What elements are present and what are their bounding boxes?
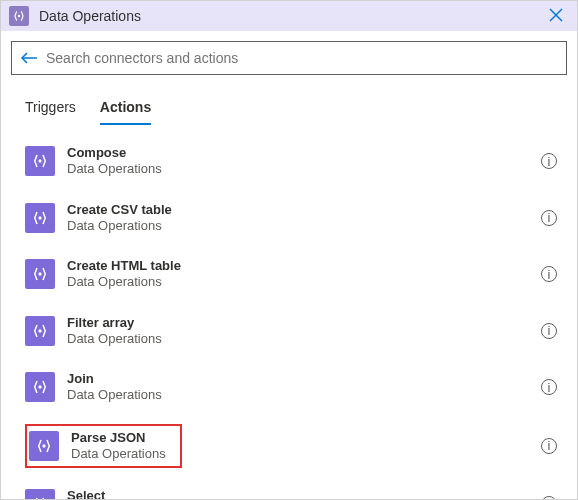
- svg-point-7: [39, 330, 41, 332]
- svg-point-9: [43, 445, 45, 447]
- data-operations-icon: [25, 372, 55, 402]
- action-text: Parse JSON Data Operations: [71, 430, 174, 463]
- action-text: Select Data Operations: [67, 488, 541, 499]
- data-operations-icon: [9, 6, 29, 26]
- info-icon[interactable]: i: [541, 323, 557, 339]
- action-row[interactable]: Select Data Operations i: [23, 482, 563, 499]
- action-name: Select: [67, 488, 541, 499]
- action-list: Compose Data Operations i Create CSV tab…: [1, 125, 577, 499]
- back-icon[interactable]: [20, 51, 38, 65]
- panel-title: Data Operations: [39, 8, 543, 24]
- data-operations-icon: [25, 489, 55, 499]
- action-subtitle: Data Operations: [67, 331, 541, 347]
- titlebar: Data Operations: [1, 1, 577, 31]
- action-row[interactable]: Filter array Data Operations i: [23, 309, 563, 354]
- action-name: Compose: [67, 145, 541, 161]
- data-operations-icon: [25, 316, 55, 346]
- info-icon[interactable]: i: [541, 379, 557, 395]
- highlight-box: Parse JSON Data Operations: [25, 424, 182, 469]
- action-name: Create HTML table: [67, 258, 541, 274]
- action-text: Create HTML table Data Operations: [67, 258, 541, 291]
- action-subtitle: Data Operations: [67, 387, 541, 403]
- action-name: Create CSV table: [67, 202, 541, 218]
- action-text: Join Data Operations: [67, 371, 541, 404]
- search-bar: [1, 31, 577, 81]
- action-row[interactable]: Parse JSON Data Operations i: [23, 422, 563, 471]
- tab-triggers[interactable]: Triggers: [25, 99, 76, 125]
- svg-point-4: [39, 160, 41, 162]
- svg-point-5: [39, 217, 41, 219]
- tabs: Triggers Actions: [1, 81, 577, 125]
- action-row[interactable]: Compose Data Operations i: [23, 139, 563, 184]
- data-operations-icon: [25, 259, 55, 289]
- data-operations-icon: [29, 431, 59, 461]
- action-name: Join: [67, 371, 541, 387]
- data-operations-icon: [25, 146, 55, 176]
- info-icon[interactable]: i: [541, 266, 557, 282]
- action-text: Filter array Data Operations: [67, 315, 541, 348]
- action-subtitle: Data Operations: [67, 274, 541, 290]
- close-icon[interactable]: [543, 4, 569, 29]
- action-name: Filter array: [67, 315, 541, 331]
- action-row[interactable]: Create HTML table Data Operations i: [23, 252, 563, 297]
- info-icon[interactable]: i: [541, 153, 557, 169]
- connector-picker-panel: Data Operations Triggers Actions Compose: [0, 0, 578, 500]
- action-name: Parse JSON: [71, 430, 166, 446]
- action-text: Create CSV table Data Operations: [67, 202, 541, 235]
- svg-point-6: [39, 273, 41, 275]
- data-operations-icon: [25, 203, 55, 233]
- info-icon[interactable]: i: [541, 496, 557, 499]
- svg-point-0: [18, 15, 19, 16]
- tab-actions[interactable]: Actions: [100, 99, 151, 125]
- search-input[interactable]: [46, 50, 558, 66]
- action-text: Compose Data Operations: [67, 145, 541, 178]
- action-row[interactable]: Join Data Operations i: [23, 365, 563, 410]
- info-icon[interactable]: i: [541, 438, 557, 454]
- info-icon[interactable]: i: [541, 210, 557, 226]
- action-row[interactable]: Create CSV table Data Operations i: [23, 196, 563, 241]
- svg-point-8: [39, 386, 41, 388]
- action-subtitle: Data Operations: [67, 218, 541, 234]
- action-subtitle: Data Operations: [71, 446, 166, 462]
- action-subtitle: Data Operations: [67, 161, 541, 177]
